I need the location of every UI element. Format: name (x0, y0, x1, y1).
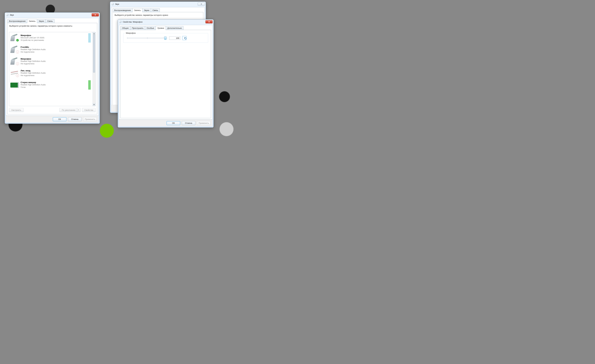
slider-thumb[interactable] (164, 36, 166, 40)
unplugged-badge-icon (16, 50, 19, 54)
device-driver: Microsoft LifeCam VX-5000. (21, 37, 87, 39)
device-driver: Realtek High Definition Audio (21, 48, 87, 51)
group-legend: Микрофон (125, 32, 136, 34)
tab-advanced[interactable]: Дополнительно (166, 26, 184, 30)
device-row[interactable]: FrontMicRealtek High Definition AudioНе … (9, 44, 92, 56)
titlebar[interactable]: Звук ✕ (5, 13, 100, 17)
device-name: Микрофон (21, 58, 87, 60)
device-name: Стерео микшер (21, 81, 87, 83)
tab-strip: Воспроизведение Запись Звуки Связь (111, 7, 205, 12)
tab-listen[interactable]: Прослушать (130, 26, 145, 30)
scroll-down-button[interactable]: ▼ (93, 103, 95, 106)
ok-button[interactable]: ОК (167, 121, 180, 125)
titlebar[interactable]: Звук ✕ (110, 2, 206, 6)
level-row (126, 36, 205, 40)
device-text: МикрофонMicrosoft LifeCam VX-5000.Устрой… (21, 34, 87, 41)
sound-icon (6, 14, 8, 16)
tab-recording[interactable]: Запись (132, 8, 142, 12)
sound-dialog-left: Звук ✕ Воспроизведение Запись Звуки Связ… (5, 12, 100, 124)
device-driver: Realtek High Definition Audio (21, 72, 87, 74)
close-icon: ✕ (208, 21, 210, 23)
close-button[interactable]: ✕ (198, 2, 205, 6)
chevron-up-icon: ▲ (93, 32, 95, 35)
device-status: Не подключено (21, 74, 87, 77)
speaker-icon (184, 37, 185, 39)
device-text: МикрофонRealtek High Definition AudioНе … (21, 58, 87, 65)
device-driver: Realtek High Definition Audio (21, 84, 87, 86)
level-meter (88, 57, 91, 66)
close-button[interactable]: ✕ (205, 20, 212, 23)
microphone-icon (10, 58, 19, 65)
window-title: Свойства: Микрофон (123, 21, 143, 23)
close-icon: ✕ (200, 3, 202, 5)
properties-button[interactable]: Свойства (82, 108, 96, 112)
device-list-inner[interactable]: ✓МикрофонMicrosoft LifeCam VX-5000.Устро… (9, 32, 92, 106)
device-name: Лин. вход (21, 69, 87, 72)
dialog-buttons: ОК Отмена Применить (119, 120, 212, 126)
instructions-text: Выберите устройство записи, параметры ко… (113, 12, 203, 18)
window-title: Звук (10, 14, 14, 16)
close-icon: ✕ (94, 14, 96, 16)
device-name: FrontMic (21, 46, 87, 48)
client-area: Воспроизведение Запись Звуки Связь Выбер… (6, 18, 99, 116)
chevron-down-icon: ▼ (78, 109, 79, 111)
device-text: Стерео микшерRealtek High Definition Aud… (21, 81, 87, 89)
device-row[interactable]: ✓МикрофонMicrosoft LifeCam VX-5000.Устро… (9, 32, 92, 44)
tab-strip: Общие Прослушать Особые Уровни Дополните… (119, 25, 212, 30)
apply-button[interactable]: Применить (83, 117, 97, 121)
level-meter (88, 80, 91, 89)
tab-custom[interactable]: Особые (145, 26, 156, 30)
microphone-level-group: Микрофон (123, 33, 208, 43)
unplugged-badge-icon (16, 62, 19, 65)
line-in-icon (10, 69, 19, 77)
set-default-button[interactable]: По умолчанию ▼ (59, 108, 80, 112)
microphone-level-value[interactable] (169, 36, 180, 40)
device-row[interactable]: МикрофонRealtek High Definition AudioНе … (9, 56, 92, 68)
device-driver: Realtek High Definition Audio (21, 60, 87, 63)
device-status: Не подключено (21, 51, 87, 53)
device-text: Лин. входRealtek High Definition AudioНе… (21, 69, 87, 77)
panel-buttons: Настроить По умолчанию ▼ Свойства (9, 107, 96, 113)
sound-icon (111, 3, 114, 5)
tab-playback[interactable]: Воспроизведение (113, 8, 133, 12)
chevron-down-icon: ▼ (93, 103, 95, 106)
scroll-track[interactable] (93, 35, 95, 103)
cancel-button[interactable]: Отмена (68, 117, 82, 121)
mic-properties-dialog: Свойства: Микрофон ✕ Общие Прослушать Ос… (118, 19, 214, 128)
mute-button[interactable] (182, 36, 187, 40)
device-row[interactable]: Стерео микшерRealtek High Definition Aud… (9, 79, 92, 91)
scroll-thumb[interactable] (93, 35, 95, 73)
titlebar[interactable]: Свойства: Микрофон ✕ (118, 20, 213, 24)
ok-button[interactable]: ОК (53, 117, 66, 121)
tab-communications[interactable]: Связь (151, 8, 160, 12)
tab-panel-levels: Микрофон (120, 30, 211, 118)
unplugged-badge-icon (16, 74, 19, 77)
set-default-label: По умолчанию (62, 109, 75, 111)
level-meter (88, 45, 91, 54)
tab-panel-recording: Выберите устройство записи, параметры ко… (7, 23, 97, 114)
device-list: ✓МикрофонMicrosoft LifeCam VX-5000.Устро… (9, 32, 96, 106)
device-status: Не подключено (21, 63, 87, 65)
tab-playback[interactable]: Воспроизведение (7, 19, 27, 23)
tab-sounds[interactable]: Звуки (37, 19, 46, 23)
close-button[interactable]: ✕ (92, 13, 99, 16)
instructions-text: Выберите устройство записи, параметры ко… (7, 23, 97, 29)
tab-communications[interactable]: Связь (46, 19, 55, 23)
device-text: FrontMicRealtek High Definition AudioНе … (21, 46, 87, 53)
tab-levels[interactable]: Уровни (156, 26, 166, 30)
client-area: Общие Прослушать Особые Уровни Дополните… (119, 25, 212, 120)
device-row[interactable]: Лин. входRealtek High Definition AudioНе… (9, 68, 92, 79)
set-default-caret[interactable]: ▼ (77, 108, 80, 112)
tab-general[interactable]: Общие (120, 26, 130, 30)
scroll-up-button[interactable]: ▲ (93, 32, 95, 35)
configure-button[interactable]: Настроить (9, 108, 23, 112)
tab-sounds[interactable]: Звуки (142, 8, 151, 12)
microphone-level-slider[interactable] (127, 36, 167, 40)
tab-recording[interactable]: Запись (27, 19, 37, 23)
apply-button[interactable]: Применить (197, 121, 211, 125)
microphone-icon (119, 21, 121, 23)
dialog-buttons: ОК Отмена Применить (6, 116, 99, 123)
scrollbar[interactable]: ▲ ▼ (92, 32, 95, 106)
cancel-button[interactable]: Отмена (182, 121, 195, 125)
microphone-icon (10, 46, 19, 54)
